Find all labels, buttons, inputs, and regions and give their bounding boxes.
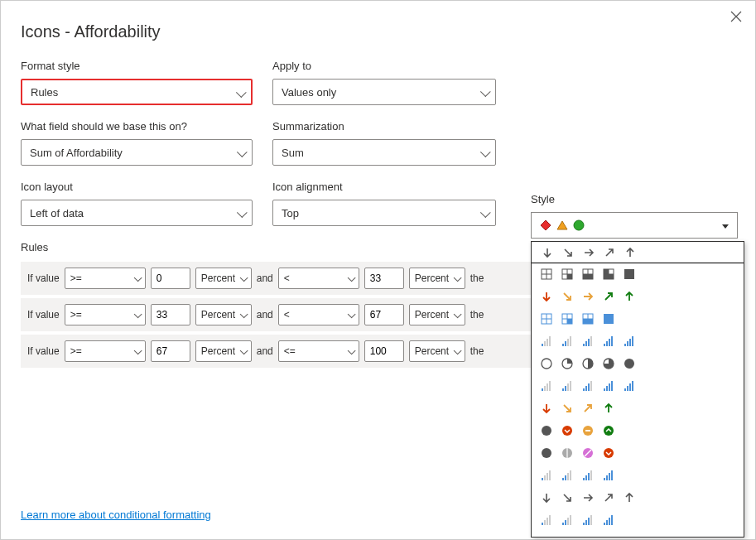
rule-val2-input[interactable] xyxy=(364,268,404,289)
format-style-label: Format style xyxy=(21,60,253,72)
rule-unit1-select[interactable]: Percent xyxy=(195,268,252,289)
and-label: and xyxy=(257,272,273,284)
rule-val2-input[interactable] xyxy=(364,304,404,325)
svg-rect-12 xyxy=(567,319,572,324)
style-option[interactable] xyxy=(532,509,744,531)
svg-rect-19 xyxy=(549,336,551,346)
svg-point-0 xyxy=(574,220,584,230)
rule-op1-select[interactable]: >= xyxy=(65,340,146,362)
rule-op2-select[interactable]: <= xyxy=(278,340,359,362)
if-value-label: If value xyxy=(27,272,60,284)
style-option[interactable] xyxy=(532,285,744,307)
svg-rect-69 xyxy=(542,478,543,480)
svg-rect-93 xyxy=(583,523,585,525)
arrow-ur-orange-icon xyxy=(581,402,595,415)
style-option[interactable] xyxy=(532,352,744,374)
svg-rect-47 xyxy=(567,383,569,391)
rule-op1-select[interactable]: >= xyxy=(65,304,146,325)
circle-red-chevron-icon xyxy=(561,424,574,437)
svg-rect-83 xyxy=(609,473,610,480)
svg-point-36 xyxy=(542,359,551,369)
svg-rect-24 xyxy=(583,344,585,346)
style-option[interactable] xyxy=(532,263,744,285)
summarization-select[interactable]: Sum xyxy=(272,139,496,166)
svg-rect-96 xyxy=(590,515,592,525)
svg-rect-20 xyxy=(562,344,564,346)
rule-unit2-select[interactable]: Percent xyxy=(409,340,465,362)
svg-rect-49 xyxy=(583,388,585,391)
svg-rect-45 xyxy=(562,388,564,391)
close-button[interactable] xyxy=(727,7,745,26)
style-option[interactable] xyxy=(532,419,744,441)
svg-rect-31 xyxy=(611,336,613,346)
svg-rect-43 xyxy=(547,383,548,391)
svg-point-65 xyxy=(542,448,551,458)
icon-layout-select[interactable]: Left of data xyxy=(21,200,253,226)
svg-rect-33 xyxy=(627,341,628,346)
bars-icon xyxy=(602,469,615,482)
svg-rect-55 xyxy=(609,383,610,391)
apply-to-select[interactable]: Values only xyxy=(272,79,496,105)
rule-unit2-select[interactable]: Percent xyxy=(409,304,465,325)
rule-val1-input[interactable] xyxy=(151,268,190,289)
style-option[interactable] xyxy=(532,330,744,352)
format-style-select[interactable]: Rules xyxy=(21,79,253,105)
rule-row: If value >= Percent and <= Percent the xyxy=(21,335,538,368)
rule-op1-select[interactable]: >= xyxy=(65,268,146,289)
arrow-down-icon xyxy=(541,246,554,259)
rule-unit1-select[interactable]: Percent xyxy=(195,304,252,325)
circle-pink-slash-icon xyxy=(581,446,595,460)
arrow-ur-green-icon xyxy=(602,290,615,303)
circle-gray-split-icon xyxy=(561,446,574,460)
style-option[interactable] xyxy=(532,397,744,419)
svg-rect-60 xyxy=(632,381,633,391)
style-option[interactable] xyxy=(532,441,744,464)
style-label: Style xyxy=(531,193,738,205)
bars-4-icon xyxy=(602,335,615,348)
style-option[interactable] xyxy=(532,374,744,397)
arrow-right-icon xyxy=(582,246,595,259)
svg-rect-79 xyxy=(588,473,590,480)
style-option[interactable] xyxy=(532,464,744,486)
rule-op2-select[interactable]: < xyxy=(278,304,359,325)
then-label: the xyxy=(470,272,484,284)
svg-rect-81 xyxy=(604,478,605,480)
rule-op2-select[interactable]: < xyxy=(278,268,359,289)
learn-more-link[interactable]: Learn more about conditional formatting xyxy=(21,509,211,521)
style-option[interactable] xyxy=(532,307,744,330)
bars-icon xyxy=(540,513,553,527)
icons-dialog: Icons - Affordability Format style Rules… xyxy=(0,0,756,540)
bars-icon xyxy=(581,379,595,393)
rule-val1-input[interactable] xyxy=(151,304,190,325)
icon-alignment-select[interactable]: Top xyxy=(272,200,496,226)
base-field-select[interactable]: Sum of Affordability xyxy=(21,139,253,166)
style-option[interactable] xyxy=(532,486,744,509)
bars-3-icon xyxy=(581,335,595,348)
base-field-label: What field should we base this on? xyxy=(21,120,253,133)
arrow-down-red-icon xyxy=(540,290,553,303)
style-dropdown[interactable] xyxy=(531,241,744,538)
svg-rect-18 xyxy=(547,339,548,346)
rule-unit1-select[interactable]: Percent xyxy=(195,340,252,362)
style-option[interactable] xyxy=(531,241,744,263)
svg-rect-30 xyxy=(609,339,610,346)
style-select[interactable] xyxy=(531,212,738,239)
svg-rect-73 xyxy=(562,478,564,480)
svg-rect-71 xyxy=(547,473,548,480)
rule-val1-input[interactable] xyxy=(151,340,190,362)
svg-rect-25 xyxy=(585,341,587,346)
bars-5-icon xyxy=(623,335,636,348)
svg-rect-59 xyxy=(629,383,631,391)
circle-dark-icon xyxy=(540,446,553,460)
arrow-dr-orange-icon xyxy=(561,290,574,303)
bars-icon xyxy=(581,469,595,482)
rule-val2-input[interactable] xyxy=(364,340,404,362)
svg-rect-76 xyxy=(570,470,571,480)
svg-rect-87 xyxy=(547,518,548,525)
rule-unit2-select[interactable]: Percent xyxy=(409,268,465,289)
svg-rect-41 xyxy=(542,388,543,391)
circle-dark-icon xyxy=(540,424,553,437)
bars-icon xyxy=(602,379,615,393)
arrow-down-icon xyxy=(540,491,553,504)
svg-rect-57 xyxy=(624,388,626,391)
